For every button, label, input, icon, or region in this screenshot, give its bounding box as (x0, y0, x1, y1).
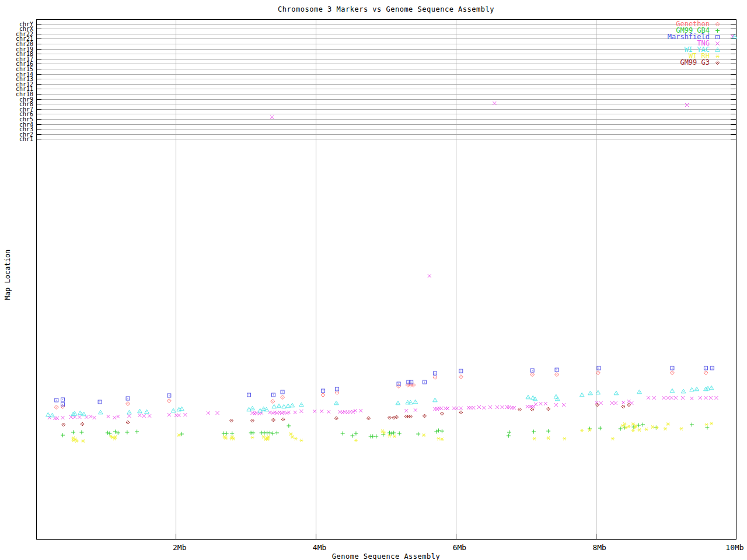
data-point (714, 396, 718, 400)
data-point (699, 396, 702, 400)
data-point (251, 431, 255, 435)
y-axis-label: Map Location (4, 243, 12, 307)
data-point (416, 432, 420, 436)
data-point (664, 427, 667, 430)
data-point (554, 394, 558, 398)
x-tick-label-6Mb: 6Mb (442, 543, 477, 552)
x-tick-label-2Mb: 2Mb (162, 543, 197, 552)
data-point (54, 405, 58, 410)
data-point (414, 408, 417, 412)
data-point (272, 404, 277, 408)
data-point (322, 389, 325, 393)
data-point (287, 424, 291, 428)
data-point (250, 406, 255, 410)
data-point (645, 428, 648, 431)
data-point (299, 410, 303, 413)
data-point (321, 393, 325, 397)
series-genethon (54, 371, 708, 410)
data-point (275, 431, 279, 435)
data-point (216, 411, 219, 415)
data-point (289, 432, 292, 436)
data-point (79, 430, 83, 435)
data-point (127, 414, 131, 418)
data-point (631, 422, 635, 426)
data-point (555, 368, 558, 372)
data-point (580, 393, 584, 397)
data-point (393, 435, 396, 438)
data-point (440, 429, 444, 433)
plus-icon (714, 27, 721, 34)
data-point (81, 439, 85, 443)
data-point (294, 437, 298, 440)
data-point (681, 396, 685, 400)
series-gm99-g3 (62, 403, 631, 426)
series-wi-yac (46, 34, 737, 417)
data-point (614, 401, 617, 405)
legend-label: GM99 G3 (680, 60, 710, 66)
data-point (230, 419, 233, 422)
data-point (459, 411, 463, 414)
data-point (106, 431, 110, 435)
data-point (99, 410, 103, 414)
data-point (709, 386, 714, 390)
x-tick-label-4Mb: 4Mb (302, 543, 337, 552)
data-point (488, 405, 492, 409)
data-point (526, 395, 530, 399)
data-point (423, 414, 426, 418)
data-point (547, 436, 550, 440)
data-point (671, 366, 674, 370)
data-point (530, 369, 534, 372)
data-point (359, 409, 362, 412)
data-point (167, 413, 171, 416)
data-point (50, 413, 55, 417)
data-point (350, 434, 354, 438)
data-point (562, 403, 566, 407)
plot-area (0, 0, 747, 560)
data-point (62, 423, 65, 426)
data-point (207, 411, 210, 415)
data-point (681, 389, 686, 393)
asterisk-icon (714, 53, 721, 60)
data-point (423, 380, 426, 384)
chart-canvas: Chromosome 3 Markers vs Genome Sequence … (0, 0, 747, 560)
data-point (534, 402, 537, 406)
data-point (334, 416, 338, 420)
data-point (55, 416, 59, 420)
data-point (621, 424, 624, 428)
data-point (599, 401, 603, 405)
data-point (596, 371, 600, 375)
data-point (637, 390, 642, 394)
data-point (270, 116, 274, 119)
triangle-dot-icon (714, 47, 721, 53)
data-point (690, 387, 694, 391)
data-point (637, 424, 641, 428)
data-point (299, 439, 303, 442)
data-point (78, 415, 81, 419)
data-point (546, 429, 550, 433)
data-point (93, 416, 96, 419)
data-point (61, 405, 65, 409)
data-point (685, 103, 689, 107)
data-point (710, 366, 714, 370)
data-point (138, 414, 141, 417)
data-point (433, 372, 437, 375)
data-point (709, 396, 713, 400)
data-point (335, 391, 339, 395)
data-point (286, 404, 291, 408)
data-point (281, 396, 285, 400)
data-point (641, 423, 645, 427)
data-point (694, 387, 699, 391)
data-point (230, 432, 234, 436)
data-point (690, 397, 693, 400)
data-point (413, 400, 418, 404)
data-point (512, 406, 516, 410)
data-point (563, 437, 566, 440)
data-point (247, 393, 250, 397)
data-point (46, 412, 51, 416)
data-point (422, 433, 425, 437)
data-point (652, 396, 656, 400)
data-point (501, 405, 504, 409)
data-point (539, 402, 542, 405)
data-point (459, 375, 463, 379)
data-point (271, 418, 275, 422)
